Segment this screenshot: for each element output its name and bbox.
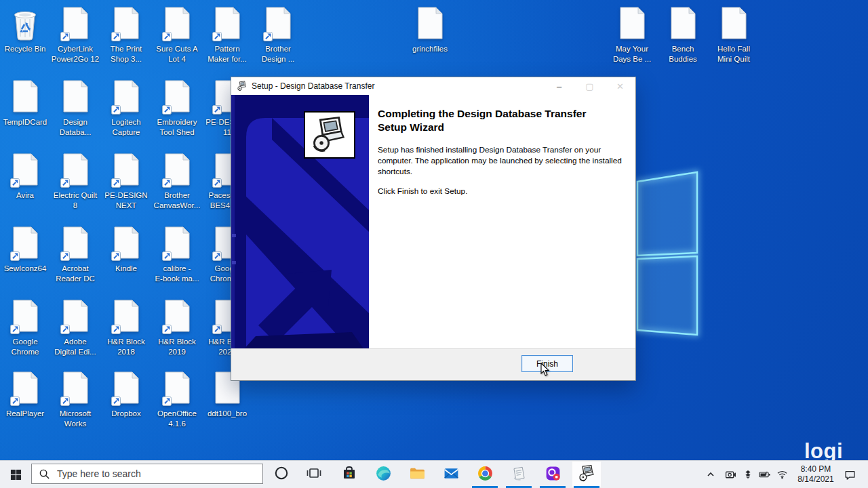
shortcut-arrow-icon (212, 105, 222, 115)
taskbar-app-task-view[interactable] (299, 461, 329, 488)
taskbar-app-store[interactable] (334, 461, 364, 488)
taskbar-app-mail[interactable] (436, 461, 466, 488)
wizard-side-image (231, 95, 369, 350)
notepad-icon (511, 465, 528, 485)
tray-battery-icon[interactable] (756, 461, 774, 488)
file-icon (59, 80, 92, 115)
dialog-title: Setup - Design Database Transfer (252, 81, 374, 91)
desktop-icon-hello-fall-mini-quilt[interactable]: Hello FallMini Quilt (704, 7, 764, 64)
shortcut-arrow-icon (162, 396, 172, 406)
taskbar-app-cortana[interactable] (267, 461, 296, 488)
taskbar-clock[interactable]: 8:40 PM 8/14/2021 (789, 461, 843, 488)
desktop-icon-label: ddt100_bro (197, 409, 257, 419)
file-icon (110, 7, 142, 42)
taskbar: 8:40 PM 8/14/2021 (0, 460, 868, 488)
desktop-icon-label: Hello FallMini Quilt (704, 44, 764, 64)
file-icon (161, 371, 193, 407)
file-icon (110, 80, 142, 115)
file-icon (9, 153, 41, 188)
file-icon (211, 7, 243, 42)
file-icon (161, 7, 193, 42)
shortcut-arrow-icon (212, 178, 222, 188)
file-icon (414, 7, 446, 42)
installer-icon (310, 115, 349, 155)
setup-wizard-dialog: Setup - Design Database Transfer – ▢ ✕ (231, 77, 636, 381)
edge-icon (375, 465, 392, 485)
file-icon (59, 371, 92, 407)
shortcut-arrow-icon (263, 32, 273, 41)
shortcut-arrow-icon (60, 396, 70, 406)
desktop-icon-label: BrotherDesign ... (248, 44, 308, 64)
shortcut-arrow-icon (111, 178, 121, 188)
tray-display-capture-icon[interactable] (722, 461, 739, 488)
tray-chevron-up-icon[interactable] (702, 461, 719, 488)
installer-big-icon (304, 111, 355, 159)
clock-time: 8:40 PM (801, 464, 831, 474)
file-icon (616, 7, 648, 42)
task-view-icon (306, 465, 322, 484)
minimize-button[interactable]: – (544, 77, 574, 95)
taskbar-app-edge[interactable] (368, 461, 398, 488)
file-icon (161, 226, 193, 262)
maximize-button: ▢ (574, 77, 605, 95)
taskbar-search[interactable] (31, 464, 263, 484)
wizard-body-text: Setup has finished installing Design Dat… (378, 145, 622, 178)
file-icon (59, 7, 92, 42)
windows-start-icon (10, 469, 22, 481)
file-icon (59, 300, 92, 335)
taskbar-app-logitech-capture[interactable] (538, 461, 568, 488)
file-icon (9, 371, 41, 407)
tray-action-center-icon[interactable] (841, 461, 859, 488)
clock-date: 8/14/2021 (797, 474, 833, 485)
shortcut-arrow-icon (60, 325, 70, 334)
shortcut-arrow-icon (60, 32, 70, 41)
shortcut-arrow-icon (212, 251, 222, 261)
shortcut-arrow-icon (212, 325, 222, 334)
shortcut-arrow-icon (111, 325, 121, 334)
shortcut-arrow-icon (162, 105, 172, 115)
desktop-icon-label: grinchfiles (400, 44, 460, 54)
taskbar-app-notepad[interactable] (504, 461, 534, 488)
wizard-body-text-2: Click Finish to exit Setup. (378, 186, 622, 197)
installer-icon (237, 81, 248, 92)
file-icon (9, 226, 41, 262)
file-icon (59, 226, 92, 262)
dialog-titlebar[interactable]: Setup - Design Database Transfer – ▢ ✕ (231, 77, 635, 95)
file-icon (110, 371, 142, 407)
desktop-icon-grinchfiles[interactable]: grinchfiles (400, 7, 460, 54)
file-icon (59, 153, 92, 188)
shortcut-arrow-icon (10, 396, 20, 406)
shortcut-arrow-icon (162, 325, 172, 334)
store-icon (341, 465, 357, 484)
installer-icon (578, 464, 596, 485)
file-icon (9, 300, 41, 335)
search-input[interactable] (56, 468, 262, 480)
shortcut-arrow-icon (10, 178, 20, 188)
taskbar-app-installer[interactable] (572, 461, 601, 488)
shortcut-arrow-icon (162, 178, 172, 188)
tray-dropbox-icon[interactable] (739, 461, 757, 488)
shortcut-arrow-icon (111, 396, 121, 406)
file-icon (9, 80, 41, 115)
cortana-icon (274, 466, 289, 483)
mail-icon (443, 465, 460, 485)
taskbar-app-chrome[interactable] (470, 461, 500, 488)
file-icon (161, 300, 193, 335)
shortcut-arrow-icon (60, 251, 70, 261)
file-icon (110, 300, 142, 335)
wizard-heading: Completing the Design Database Transfer … (378, 107, 615, 134)
shortcut-arrow-icon (111, 32, 121, 41)
wizard-footer: Finish (231, 348, 635, 380)
shortcut-arrow-icon (10, 325, 20, 334)
start-button[interactable] (0, 461, 31, 488)
desktop-icon-brother-design[interactable]: BrotherDesign ... (248, 7, 308, 64)
shortcut-arrow-icon (111, 105, 121, 115)
file-icon (667, 7, 699, 42)
close-button[interactable]: ✕ (605, 77, 635, 95)
file-icon (262, 7, 294, 42)
shortcut-arrow-icon (162, 32, 172, 41)
chrome-icon (477, 465, 494, 485)
taskbar-app-file-explorer[interactable] (402, 461, 432, 488)
finish-button[interactable]: Finish (521, 355, 573, 372)
file-icon (110, 153, 142, 188)
